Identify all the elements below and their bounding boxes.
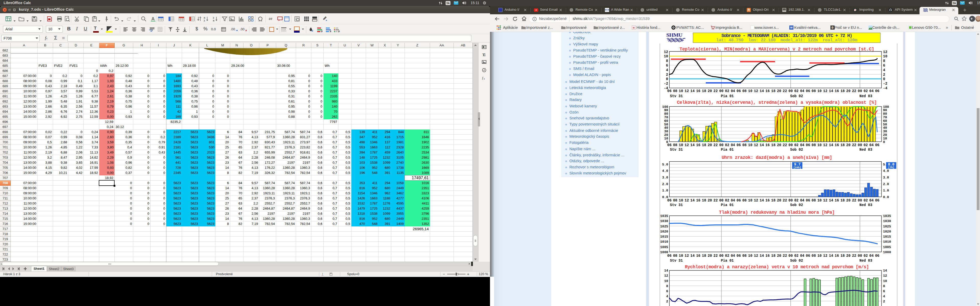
svg-text:4.0: 4.0: [883, 169, 889, 173]
svg-text:20: 20: [846, 198, 851, 203]
svg-text:00: 00: [789, 254, 793, 258]
svg-text:08: 08: [811, 143, 816, 147]
svg-text:06: 06: [806, 254, 810, 258]
svg-text:12: 12: [754, 89, 758, 93]
svg-text:02: 02: [864, 254, 868, 258]
svg-text:1020: 1020: [660, 230, 668, 233]
svg-text:10: 10: [883, 54, 887, 59]
svg-text:12: 12: [684, 89, 689, 93]
svg-text:50: 50: [883, 123, 887, 127]
svg-text:Celkova(zlta), nizka(cervena),: Celkova(zlta), nizka(cervena), stredna(z…: [677, 100, 877, 105]
svg-text:02: 02: [864, 89, 868, 93]
svg-text:00: 00: [719, 198, 724, 203]
svg-text:14: 14: [883, 269, 887, 273]
svg-text:14: 14: [759, 89, 764, 93]
svg-text:02: 02: [725, 198, 729, 203]
svg-text:90: 90: [883, 108, 887, 112]
svg-text:≠: ≠: [321, 30, 323, 33]
svg-text:06: 06: [737, 254, 741, 258]
svg-text:14: 14: [829, 89, 833, 93]
svg-text:08: 08: [811, 198, 816, 203]
svg-text:Ned 03: Ned 03: [859, 94, 872, 98]
svg-text:14: 14: [759, 198, 764, 203]
svg-text:1010: 1010: [883, 240, 891, 244]
svg-text:100: 100: [883, 105, 889, 109]
svg-text:12: 12: [823, 254, 827, 258]
svg-text:04: 04: [869, 254, 873, 258]
svg-text:16: 16: [765, 89, 770, 93]
svg-text:2: 2: [883, 73, 885, 77]
svg-text:2: 2: [883, 300, 885, 303]
svg-text:20: 20: [708, 254, 712, 258]
svg-text:1005: 1005: [883, 245, 891, 249]
svg-text:08: 08: [742, 89, 747, 93]
svg-text:06: 06: [667, 89, 672, 93]
svg-text:10: 10: [818, 89, 822, 93]
svg-text:0: 0: [883, 77, 885, 81]
svg-text:10: 10: [883, 279, 887, 283]
svg-text:20: 20: [846, 89, 851, 93]
svg-text:14: 14: [829, 198, 833, 203]
svg-text:12: 12: [684, 143, 689, 147]
svg-text:16: 16: [696, 254, 700, 258]
svg-text:Sob 02: Sob 02: [790, 203, 803, 207]
svg-text:04: 04: [731, 254, 735, 258]
svg-text:02: 02: [725, 143, 729, 147]
svg-text:1.0: 1.0: [662, 189, 668, 192]
svg-text:12: 12: [823, 198, 827, 203]
svg-text:06: 06: [737, 198, 741, 203]
svg-text:20: 20: [708, 89, 712, 93]
svg-text:2: 2: [666, 73, 668, 77]
svg-text:10: 10: [664, 54, 668, 59]
svg-text:16: 16: [835, 198, 839, 203]
svg-text:12: 12: [664, 274, 668, 278]
svg-text:18: 18: [840, 143, 845, 147]
svg-text:16: 16: [835, 254, 839, 258]
svg-text:00: 00: [789, 198, 793, 203]
svg-text:00: 00: [719, 89, 724, 93]
svg-text:02: 02: [725, 254, 729, 258]
svg-text:4.0: 4.0: [662, 169, 668, 173]
svg-text:1035: 1035: [660, 214, 668, 218]
svg-text:04: 04: [731, 198, 735, 203]
svg-text:≠: ≠: [330, 30, 331, 33]
svg-text:12: 12: [754, 143, 758, 147]
svg-text:10: 10: [818, 143, 822, 147]
svg-text:18: 18: [771, 254, 776, 258]
svg-text:6: 6: [883, 63, 885, 68]
svg-text:1030: 1030: [660, 219, 668, 223]
svg-text:10: 10: [748, 89, 752, 93]
svg-text:z: z: [204, 19, 205, 22]
svg-text:18: 18: [702, 89, 706, 93]
svg-text:02: 02: [794, 198, 799, 203]
svg-text:Pia 01: Pia 01: [721, 94, 734, 98]
svg-text:3.0: 3.0: [883, 176, 889, 179]
svg-text:12: 12: [684, 254, 689, 258]
svg-text:Sob 02: Sob 02: [790, 94, 803, 98]
svg-text:2: 2: [666, 300, 668, 303]
svg-text:14: 14: [829, 143, 833, 147]
svg-text:16: 16: [765, 254, 770, 258]
svg-text:1015: 1015: [660, 235, 668, 239]
svg-text:Ned 03: Ned 03: [859, 258, 872, 263]
svg-text:40: 40: [883, 126, 887, 130]
svg-text:14: 14: [690, 89, 695, 93]
svg-text:06: 06: [875, 254, 880, 258]
svg-text:Sob 02: Sob 02: [790, 258, 803, 263]
svg-text:16: 16: [835, 89, 839, 93]
svg-text:02: 02: [794, 89, 799, 93]
svg-text:4: 4: [883, 68, 885, 72]
svg-text:16: 16: [765, 198, 770, 203]
svg-text:70: 70: [664, 116, 668, 119]
svg-text:04: 04: [731, 89, 735, 93]
svg-text:12: 12: [823, 143, 827, 147]
svg-text:10: 10: [748, 254, 752, 258]
svg-text:8.0: 8.0: [888, 162, 894, 166]
svg-text:04: 04: [800, 198, 804, 203]
svg-text:18: 18: [840, 198, 845, 203]
svg-text:20: 20: [846, 254, 851, 258]
svg-text:06: 06: [667, 143, 672, 147]
svg-text:-2: -2: [883, 82, 887, 86]
svg-text:Rychlost(modra) a narazy(zelen: Rychlost(modra) a narazy(zelena) vetra v…: [685, 265, 869, 270]
svg-text:22: 22: [783, 143, 787, 147]
